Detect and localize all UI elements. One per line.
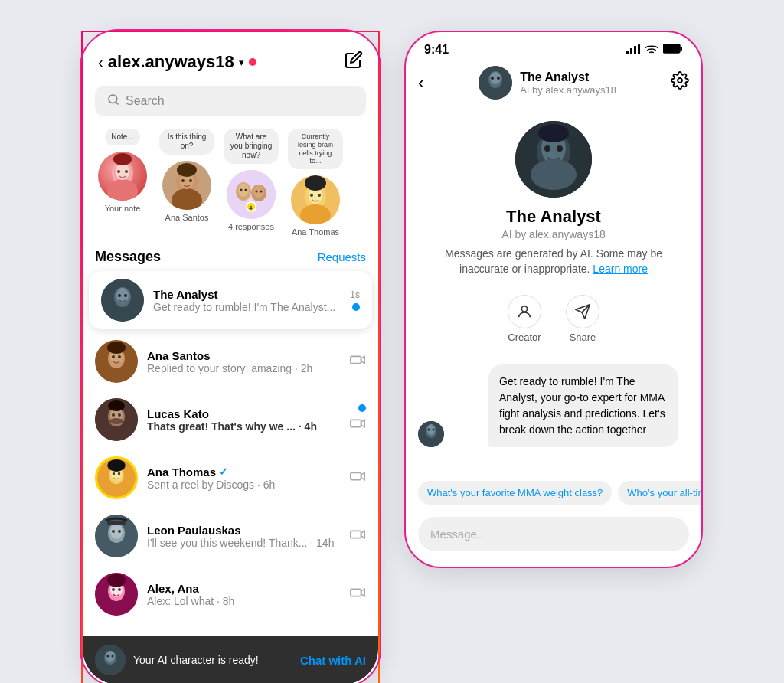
header-left: ‹ alex.anyways18 ▾ [98,52,256,72]
ai-actions: Creator Share [406,286,701,355]
suggestion-chip-0[interactable]: What's your favorite MMA weight class? [418,481,612,505]
svg-point-48 [118,413,121,417]
svg-rect-75 [351,590,361,596]
ai-profile-sub: AI by alex.anyways18 [501,228,605,240]
chat-with-ai-button[interactable]: Chat with AI [300,654,366,667]
message-item-ana-thomas[interactable]: Ana Thomas ✓ Sent a reel by Discogs · 6h [83,449,378,507]
message-name-ana-santos: Ana Santos [147,349,340,362]
message-preview-ana-santos: Replied to your story: amazing · 2h [147,362,340,374]
right-header: ‹ The Analyst AI by alex.anyways18 [406,60,701,109]
svg-point-99 [544,145,550,152]
chevron-down-icon[interactable]: ▾ [239,57,244,68]
svg-point-100 [557,145,563,152]
svg-rect-82 [626,51,629,54]
right-back-button[interactable]: ‹ [418,72,424,93]
svg-rect-42 [351,357,361,364]
svg-rect-67 [351,531,361,538]
suggestion-chip-1[interactable]: Who's your all-time favorite fighter? [618,481,701,505]
svg-point-22 [260,191,263,193]
message-input[interactable]: Message... [418,517,689,551]
message-right-analyst: 1s [350,289,360,311]
chat-bubble: Get ready to rumble! I'm The Analyst, yo… [488,364,678,447]
message-item-analyst[interactable]: The Analyst Get ready to rumble! I'm The… [89,271,372,329]
message-preview-ana-thomas: Sent a reel by Discogs · 6h [147,479,340,491]
message-content-alex-ana: Alex, Ana Alex: Lol what · 8h [147,582,340,607]
story-avatar-note [98,152,147,201]
svg-point-40 [118,355,121,358]
svg-point-13 [177,163,197,177]
message-preview-lucas: Thats great! That's why we ... · 4h [147,420,340,433]
creator-icon [508,295,541,328]
svg-line-1 [116,102,118,104]
svg-rect-87 [663,44,680,53]
learn-more-link[interactable]: Learn more [593,263,648,275]
message-right-ana-thomas [349,468,366,488]
gear-button[interactable] [671,71,689,94]
edit-button[interactable] [345,51,363,74]
back-button[interactable]: ‹ [98,54,103,71]
svg-point-11 [181,179,185,182]
message-item-ana-santos[interactable]: Ana Santos Replied to your story: amazin… [83,332,378,391]
message-item-lucas[interactable]: Lucas Kato Thats great! That's why we ..… [83,391,378,449]
ai-action-share[interactable]: Share [566,295,599,343]
message-avatar-ana-santos [95,340,138,383]
status-bar: 9:41 [406,32,701,60]
chat-avatar-small [418,421,444,447]
svg-point-5 [117,170,120,173]
search-bar[interactable]: Search [95,86,366,116]
camera-icon-ana-thomas [349,468,366,488]
message-avatar-lucas [95,398,138,441]
status-time: 9:41 [424,43,449,57]
svg-point-80 [107,655,109,658]
svg-point-18 [245,189,247,191]
wifi-icon [645,44,658,57]
story-avatar-responses: 4 [227,170,276,219]
right-header-title: The Analyst [520,70,616,84]
story-label-ana-santos: Ana Santos [165,213,209,222]
chat-bubble-wrap: Get ready to rumble! I'm The Analyst, yo… [418,364,689,447]
messages-header: Messages Requests [83,246,378,271]
svg-point-72 [112,588,115,591]
svg-rect-88 [681,47,683,51]
creator-label: Creator [508,332,541,343]
requests-link[interactable]: Requests [318,250,366,263]
camera-icon-leon [349,526,366,546]
ai-banner: Your AI character is ready! Chat with AI [83,636,378,683]
right-header-center: The Analyst AI by alex.anyways18 [479,66,616,100]
message-list: The Analyst Get ready to rumble! I'm The… [83,271,378,683]
ai-banner-avatar [95,645,126,675]
message-content-lucas: Lucas Kato Thats great! That's why we ..… [147,407,340,433]
story-item-note[interactable]: Note... Your note [95,129,150,237]
svg-point-6 [125,170,128,173]
svg-point-16 [238,183,249,197]
camera-icon-alex-ana [349,584,366,604]
svg-point-9 [172,188,202,210]
story-item-responses[interactable]: What are you bringing now? 4 [224,129,279,237]
right-phone: 9:41 ‹ The Analyst [404,31,703,568]
svg-point-26 [300,204,331,224]
svg-rect-83 [630,48,632,54]
app-container: ‹ alex.anyways18 ▾ Search [51,0,733,683]
svg-rect-85 [638,44,640,54]
search-icon [107,93,119,109]
message-right-lucas [349,404,366,435]
message-item-leon[interactable]: Leon Paulauskas I'll see you this weeken… [83,507,378,565]
story-item-ana-thomas[interactable]: Currently losing brain cells trying to..… [288,129,343,237]
message-preview-leon: I'll see you this weekend! Thank... · 14… [147,537,340,549]
message-content-analyst: The Analyst Get ready to rumble! I'm The… [153,288,341,313]
message-avatar-alex-ana [95,573,138,616]
message-content-ana-thomas: Ana Thomas ✓ Sent a reel by Discogs · 6h [147,466,340,491]
story-label-ana-thomas: Ana Thomas [292,227,339,237]
message-content-ana-santos: Ana Santos Replied to your story: amazin… [147,349,340,374]
ai-profile-name: The Analyst [506,207,601,227]
svg-point-3 [107,179,138,201]
unread-dot-analyst [352,303,360,311]
message-item-alex-ana[interactable]: Alex, Ana Alex: Lol what · 8h [83,565,378,623]
camera-icon-ana-santos [349,351,366,371]
story-item-ana-santos[interactable]: Is this thing on? Ana Santos [159,129,214,237]
svg-point-28 [310,194,313,197]
svg-point-93 [497,77,500,80]
ai-action-creator[interactable]: Creator [508,295,541,343]
story-avatar-ana-thomas [291,175,340,224]
story-avatar-ana-santos [162,161,211,210]
